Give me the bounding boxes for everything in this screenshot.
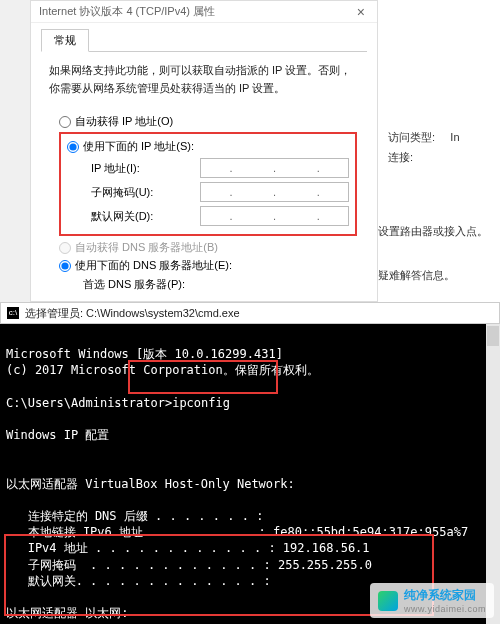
console-title-text: 选择管理员: C:\Windows\system32\cmd.exe [25,306,240,321]
console-titlebar: c:\ 选择管理员: C:\Windows\system32\cmd.exe [0,302,500,324]
ipv4-properties-dialog: Internet 协议版本 4 (TCP/IPv4) 属性 × 常规 如果网络支… [30,0,378,302]
subnet-mask-input[interactable] [200,182,349,202]
cmd-console: c:\ 选择管理员: C:\Windows\system32\cmd.exe M… [0,302,500,624]
radio-auto-ip-input[interactable] [59,116,71,128]
dialog-title: Internet 协议版本 4 (TCP/IPv4) 属性 [39,4,215,19]
manual-ip-group: 使用下面的 IP 地址(S): IP 地址(I): 子网掩码(U): 默认网关(… [59,132,357,236]
tab-strip: 常规 [31,23,377,52]
a1-ipv4: IPv4 地址 . . . . . . . . . . . . : 192.16… [6,541,370,555]
typed-command: ipconfig [172,396,230,410]
radio-use-ip[interactable]: 使用下面的 IP 地址(S): [67,139,349,154]
console-output[interactable]: Microsoft Windows [版本 10.0.16299.431] (c… [0,324,500,624]
access-type-label: 访问类型: [388,131,435,143]
ipconfig-header: Windows IP 配置 [6,428,109,442]
a1-mask: 子网掩码 . . . . . . . . . . . . : 255.255.2… [6,558,372,572]
radio-auto-dns-label: 自动获得 DNS 服务器地址(B) [75,240,218,255]
adapter1-title: 以太网适配器 VirtualBox Host-Only Network: [6,477,295,491]
connection-label: 连接: [388,151,413,163]
adapter2-title: 以太网适配器 以太网: [6,606,128,620]
prompt: C:\Users\Administrator> [6,396,172,410]
radio-use-dns-label: 使用下面的 DNS 服务器地址(E): [75,258,232,273]
radio-auto-dns-input [59,242,71,254]
ip-description: 如果网络支持此功能，则可以获取自动指派的 IP 设置。否则，你需要从网络系统管理… [49,62,359,97]
radio-auto-ip[interactable]: 自动获得 IP 地址(O) [59,114,357,129]
radio-auto-ip-label: 自动获得 IP 地址(O) [75,114,173,129]
tab-panel-general: 如果网络支持此功能，则可以获取自动指派的 IP 设置。否则，你需要从网络系统管理… [41,51,367,302]
network-status-pane: 访问类型: In 连接: 设置路由器或接入点。 疑难解答信息。 [378,0,500,302]
tab-general[interactable]: 常规 [41,29,89,52]
cmd-icon: c:\ [7,307,19,319]
close-icon[interactable]: × [351,4,371,20]
access-type-value: In [450,131,459,143]
version-line: Microsoft Windows [版本 10.0.16299.431] [6,347,283,361]
dialog-titlebar: Internet 协议版本 4 (TCP/IPv4) 属性 × [31,1,377,23]
watermark-stamp: 纯净系统家园 www.yidaimei.com [370,583,494,618]
router-hint: 设置路由器或接入点。 [378,222,488,242]
watermark-name: 纯净系统家园 [404,588,476,602]
ip-address-input[interactable] [200,158,349,178]
gateway-input[interactable] [200,206,349,226]
a1-ipv6: 本地链接 IPv6 地址. . . . . . . . : fe80::55bd… [6,525,468,539]
subnet-mask-label: 子网掩码(U): [91,185,200,200]
gateway-label: 默认网关(D): [91,209,200,224]
watermark-url: www.yidaimei.com [404,604,486,614]
radio-use-ip-input[interactable] [67,141,79,153]
watermark-logo-icon [378,591,398,611]
radio-use-dns-input[interactable] [59,260,71,272]
pref-dns-label: 首选 DNS 服务器(P): [83,277,193,292]
a1-dns-suffix: 连接特定的 DNS 后缀 . . . . . . . : [6,509,263,523]
ip-address-label: IP 地址(I): [91,161,200,176]
copyright-line: (c) 2017 Microsoft Corporation。保留所有权利。 [6,363,319,377]
radio-use-dns[interactable]: 使用下面的 DNS 服务器地址(E): [59,258,357,273]
troubleshoot-hint: 疑难解答信息。 [378,266,455,286]
radio-auto-dns: 自动获得 DNS 服务器地址(B) [59,240,357,255]
a1-gateway: 默认网关. . . . . . . . . . . . . : [6,574,271,588]
radio-use-ip-label: 使用下面的 IP 地址(S): [83,139,194,154]
